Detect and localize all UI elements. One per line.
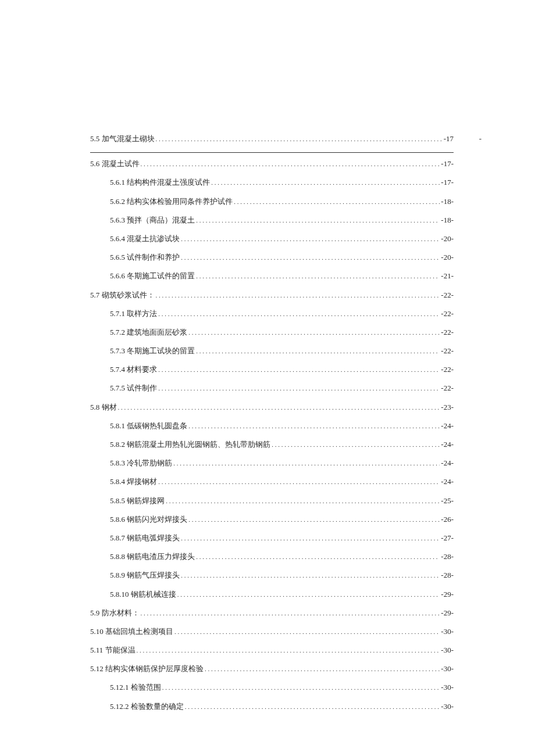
toc-leader-dots <box>188 514 440 525</box>
toc-label: 5.6.3 预拌（商品）混凝土 <box>110 215 195 225</box>
toc-leader-dots <box>173 458 440 468</box>
toc-leader-dots <box>196 215 440 225</box>
toc-page-ref: -30- <box>441 682 454 693</box>
toc-page-ref: -27- <box>441 533 454 543</box>
toc-entry: 5.12 结构实体钢筋保护层厚度检验-30- <box>90 664 454 674</box>
toc-page-ref: -22- <box>441 364 454 375</box>
toc-page-ref: -24- <box>441 439 454 450</box>
toc-label: 5.6.4 混凝土抗渗试块 <box>110 234 180 244</box>
toc-leader-dots <box>162 682 440 693</box>
toc-entry: 5.6.5 试件制作和养护-20- <box>90 252 454 263</box>
toc-page-ref: -24- <box>441 421 454 431</box>
toc-page-ref: -29- <box>441 608 454 618</box>
toc-leader-dots <box>158 309 440 319</box>
toc-label: 5.7.2 建筑地面面层砂浆 <box>110 327 187 338</box>
toc-entry: 5.6 混凝土试件-17- <box>90 159 454 169</box>
divider <box>90 152 454 153</box>
toc-label: 5.7.1 取样方法 <box>110 309 157 319</box>
toc-entry: 5.12.1 检验范围-30- <box>90 682 454 693</box>
toc-page-ref: -21- <box>441 271 454 281</box>
toc-entry: 5.7.5 试件制作-22- <box>90 383 454 393</box>
toc-page-ref: -18- <box>441 196 454 207</box>
toc-entry: 5.6.6 冬期施工试件的留置-21- <box>90 271 454 281</box>
toc-leader-dots <box>196 346 440 356</box>
toc-leader-dots <box>118 402 440 413</box>
toc-entry: 5.8.8 钢筋电渣压力焊接头-28- <box>90 551 454 562</box>
toc-label: 5.8.7 钢筋电弧焊接头 <box>110 533 180 543</box>
toc-label: 5.6 混凝土试件 <box>90 159 140 169</box>
toc-page-ref: -22- <box>441 346 454 356</box>
toc-page-ref: -30- <box>441 701 454 712</box>
toc-leader-dots <box>185 701 440 712</box>
toc-leader-dots <box>188 421 440 431</box>
toc-entry: 5.8.3 冷轧带肋钢筋-24- <box>90 458 454 468</box>
toc-entry: 5.6.2 结构实体检验用同条件养护试件-18- <box>90 196 454 207</box>
toc-page-ref: -17- <box>441 159 454 169</box>
toc-entry: 5.8.10 钢筋机械连接-29- <box>90 589 454 600</box>
toc-page-ref: -28- <box>441 570 454 581</box>
toc-entry: 5.7.2 建筑地面面层砂浆-22- <box>90 327 454 338</box>
toc-page-ref: -18- <box>441 215 454 225</box>
toc-leader-dots <box>188 327 440 338</box>
toc-label: 5.8.6 钢筋闪光对焊接头 <box>110 514 187 525</box>
toc-entry: 5.7.1 取样方法-22- <box>90 309 454 319</box>
toc-entry: 5.8.2 钢筋混凝土用热轧光圆钢筋、热轧带肋钢筋-24- <box>90 439 454 450</box>
toc-page-ref: -20- <box>441 234 454 244</box>
toc-leader-dots <box>141 159 440 169</box>
toc-label: 5.10 基础回填土检测项目 <box>90 626 173 637</box>
toc-label: 5.7 砌筑砂浆试件： <box>90 290 155 300</box>
toc-label: 5.8.4 焊接钢材 <box>110 476 157 487</box>
toc-label: 5.8.8 钢筋电渣压力焊接头 <box>110 551 195 562</box>
toc-entry: 5.10 基础回填土检测项目-30- <box>90 626 454 637</box>
toc-page-ref: -22- <box>441 309 454 319</box>
toc-label: 5.12.2 检验数量的确定 <box>110 701 184 712</box>
toc-page-ref: -24- <box>441 476 454 487</box>
toc-entry: 5.8.9 钢筋气压焊接头-28- <box>90 570 454 581</box>
toc-entry: 5.12.2 检验数量的确定-30- <box>90 701 454 712</box>
toc-entry: 5.6.3 预拌（商品）混凝土-18- <box>90 215 454 225</box>
toc-leader-dots <box>158 476 440 487</box>
toc-leader-dots <box>181 252 440 263</box>
toc-leader-dots <box>156 290 440 300</box>
toc-label: 5.6.1 结构构件混凝土强度试件 <box>110 177 210 188</box>
toc-entry: 5.8.6 钢筋闪光对焊接头-26- <box>90 514 454 525</box>
trailing-dash: - <box>479 134 482 144</box>
toc-label: 5.6.2 结构实体检验用同条件养护试件 <box>110 196 233 207</box>
toc-leader-dots <box>174 626 440 637</box>
toc-entry: 5.8.7 钢筋电弧焊接头-27- <box>90 533 454 543</box>
document-page: 5.5 加气混凝土砌块-17-5.6 混凝土试件-17-5.6.1 结构构件混凝… <box>0 0 535 712</box>
toc-page-ref: -30- <box>441 664 454 674</box>
toc-leader-dots <box>196 551 440 562</box>
toc-label: 5.12.1 检验范围 <box>110 682 161 693</box>
toc-page-ref: -17 <box>444 134 454 144</box>
toc-leader-dots <box>156 134 443 144</box>
table-of-contents: 5.5 加气混凝土砌块-17-5.6 混凝土试件-17-5.6.1 结构构件混凝… <box>90 134 454 712</box>
toc-label: 5.7.3 冬期施工试块的留置 <box>110 346 195 356</box>
toc-entry: 5.8 钢材-23- <box>90 402 454 413</box>
toc-leader-dots <box>205 664 440 674</box>
toc-entry: 5.7.4 材料要求-22- <box>90 364 454 375</box>
toc-leader-dots <box>158 364 440 375</box>
toc-entry: 5.8.1 低碳钢热轧圆盘条-24- <box>90 421 454 431</box>
toc-label: 5.6.5 试件制作和养护 <box>110 252 180 263</box>
toc-label: 5.8.3 冷轧带肋钢筋 <box>110 458 172 468</box>
toc-page-ref: -17- <box>441 177 454 188</box>
toc-leader-dots <box>166 496 440 506</box>
toc-entry: 5.7 砌筑砂浆试件：-22- <box>90 290 454 300</box>
toc-entry: 5.6.1 结构构件混凝土强度试件-17- <box>90 177 454 188</box>
toc-page-ref: -22- <box>441 383 454 393</box>
toc-leader-dots <box>181 570 440 581</box>
toc-page-ref: -26- <box>441 514 454 525</box>
toc-page-ref: -22- <box>441 290 454 300</box>
toc-leader-dots <box>181 234 440 244</box>
toc-leader-dots <box>272 439 440 450</box>
toc-entry: 5.6.4 混凝土抗渗试块-20- <box>90 234 454 244</box>
toc-label: 5.12 结构实体钢筋保护层厚度检验 <box>90 664 204 674</box>
toc-page-ref: -30- <box>441 645 454 655</box>
toc-page-ref: -28- <box>441 551 454 562</box>
toc-page-ref: -22- <box>441 327 454 338</box>
toc-entry: 5.11 节能保温-30- <box>90 645 454 655</box>
toc-page-ref: -30- <box>441 626 454 637</box>
toc-page-ref: -29- <box>441 589 454 600</box>
toc-label: 5.9 防水材料： <box>90 608 140 618</box>
